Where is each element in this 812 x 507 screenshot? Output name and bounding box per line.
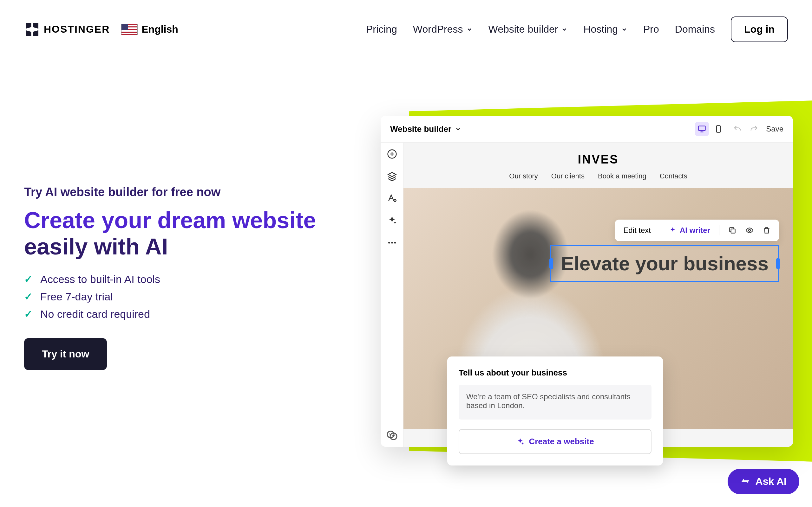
header-left: HOSTINGER English [24, 21, 178, 38]
trash-icon[interactable] [763, 226, 771, 234]
main-header: HOSTINGER English Pricing WordPress Webs… [0, 0, 812, 59]
us-flag-icon [121, 24, 138, 35]
ai-writer-button[interactable]: AI writer [669, 226, 710, 235]
svg-point-4 [388, 242, 390, 243]
preview-site-header: INVES Our story Our clients Book a meeti… [403, 143, 793, 188]
divider [660, 225, 660, 235]
preview-headline: Elevate your business [561, 252, 768, 275]
feature-item: ✓Access to built-in AI tools [24, 273, 341, 285]
builder-preview-wrap: Website builder Save [380, 116, 812, 447]
language-label: English [142, 23, 178, 35]
hero-title: Create your dream website easily with AI [24, 207, 341, 260]
prompt-textarea[interactable] [459, 385, 652, 419]
try-now-button[interactable]: Try it now [24, 338, 107, 370]
nav-wordpress[interactable]: WordPress [413, 23, 473, 35]
nav-domains[interactable]: Domains [675, 23, 715, 35]
builder-mode-dropdown[interactable]: Website builder [390, 124, 461, 134]
selected-text-element[interactable]: Elevate your business [550, 245, 779, 282]
save-button[interactable]: Save [766, 124, 783, 133]
svg-point-10 [391, 434, 392, 435]
copy-icon[interactable] [728, 226, 737, 234]
layers-icon[interactable] [387, 171, 397, 181]
svg-rect-13 [731, 229, 735, 233]
feature-list: ✓Access to built-in AI tools ✓Free 7-day… [24, 273, 341, 320]
nav-website-builder[interactable]: Website builder [489, 23, 568, 35]
edit-toolbar: Edit text AI writer [615, 220, 779, 241]
chevron-down-icon [466, 26, 473, 33]
ai-prompt-box: Tell us about your business Create a web… [447, 356, 663, 465]
hero-content: Try AI website builder for free now Crea… [24, 116, 341, 370]
svg-point-14 [749, 229, 751, 232]
desktop-view-button[interactable] [695, 122, 709, 136]
chevron-down-icon [621, 26, 627, 33]
chevron-down-icon [455, 126, 461, 132]
svg-point-6 [394, 242, 396, 243]
ai-sparkle-icon[interactable] [387, 216, 397, 226]
chevron-down-icon [561, 26, 567, 33]
preview-site-nav: Our story Our clients Book a meeting Con… [403, 172, 793, 180]
more-icon[interactable] [387, 238, 397, 248]
login-button[interactable]: Log in [731, 16, 788, 42]
svg-point-3 [394, 199, 396, 202]
hero-section: Try AI website builder for free now Crea… [0, 116, 812, 370]
sparkle-icon [669, 227, 676, 234]
check-icon: ✓ [24, 291, 33, 302]
builder-sidebar [380, 143, 403, 447]
redo-icon[interactable] [750, 124, 758, 133]
preview-nav-item: Contacts [660, 172, 687, 180]
svg-point-5 [391, 242, 393, 243]
preview-site-logo: INVES [403, 153, 793, 166]
create-website-button[interactable]: Create a website [459, 429, 652, 454]
svg-point-11 [392, 435, 393, 436]
edit-text-button[interactable]: Edit text [623, 226, 651, 235]
desktop-icon [698, 124, 706, 133]
device-toggle [695, 122, 725, 136]
svg-rect-1 [716, 126, 720, 132]
hostinger-logo-icon [24, 21, 40, 38]
logo-text: HOSTINGER [44, 23, 110, 35]
nav-pro[interactable]: Pro [643, 23, 659, 35]
svg-point-12 [394, 435, 395, 436]
divider [719, 225, 719, 235]
mobile-view-button[interactable] [711, 122, 725, 136]
preview-nav-item: Book a meeting [598, 172, 647, 180]
check-icon: ✓ [24, 308, 33, 320]
primary-nav: Pricing WordPress Website builder Hostin… [366, 16, 788, 42]
svg-point-9 [389, 434, 390, 435]
ask-ai-button[interactable]: Ask AI [728, 469, 799, 494]
mobile-icon [714, 124, 723, 133]
builder-topbar-right: Save [695, 122, 783, 136]
check-icon: ✓ [24, 273, 33, 285]
feature-item: ✓No credit card required [24, 308, 341, 320]
language-selector[interactable]: English [121, 23, 178, 35]
sparkle-icon [516, 438, 524, 446]
logo[interactable]: HOSTINGER [24, 21, 110, 38]
add-icon[interactable] [387, 149, 397, 159]
emoji-icon[interactable] [386, 430, 398, 441]
preview-nav-item: Our story [509, 172, 538, 180]
text-style-icon[interactable] [387, 193, 397, 204]
builder-topbar: Website builder Save [380, 116, 793, 143]
hero-subtitle: Try AI website builder for free now [24, 185, 341, 199]
prompt-label: Tell us about your business [459, 368, 652, 378]
ask-ai-icon [740, 476, 751, 487]
feature-item: ✓Free 7-day trial [24, 291, 341, 303]
undo-icon[interactable] [733, 124, 742, 133]
preview-nav-item: Our clients [551, 172, 585, 180]
nav-pricing[interactable]: Pricing [366, 23, 397, 35]
nav-hosting[interactable]: Hosting [583, 23, 627, 35]
svg-rect-0 [699, 126, 705, 130]
eye-icon[interactable] [745, 226, 754, 234]
